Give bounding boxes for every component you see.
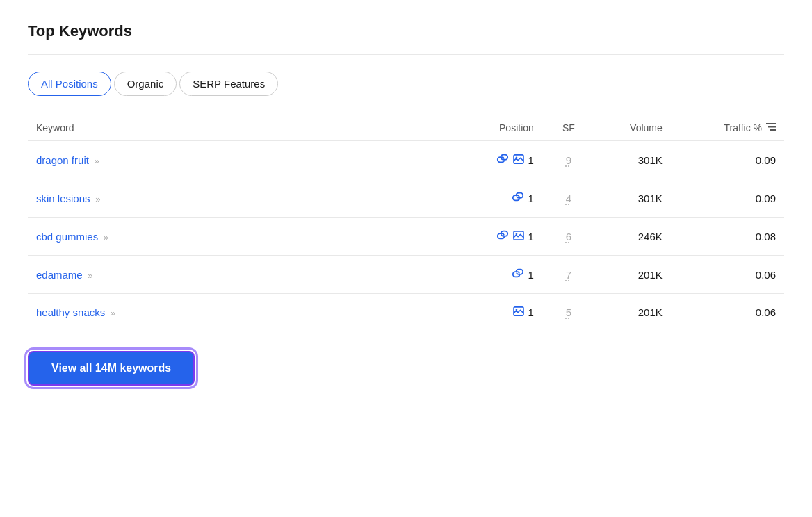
link-icon — [496, 230, 509, 243]
header-keyword: Keyword — [28, 115, 444, 141]
keywords-table: Keyword Position SF Volume Traffic % — [28, 115, 784, 331]
divider — [28, 54, 784, 55]
traffic-value: 0.08 — [671, 218, 784, 256]
image-icon — [513, 231, 524, 243]
volume-value: 246K — [595, 218, 671, 256]
link-icon — [512, 268, 524, 281]
keyword-link[interactable]: edamame — [36, 269, 83, 281]
tab-organic[interactable]: Organic — [114, 72, 177, 96]
chevron-double-icon: » — [108, 308, 115, 318]
position-value: 1 — [528, 154, 534, 166]
filter-icon[interactable] — [766, 122, 776, 133]
position-value: 1 — [528, 192, 534, 204]
chevron-double-icon: » — [101, 232, 108, 243]
table-row: edamame » 17201K0.06 — [28, 256, 784, 294]
tab-bar: All Positions Organic SERP Features — [28, 72, 784, 96]
table-body: dragon fruit » 19301K0.09skin lesions » … — [28, 141, 784, 331]
volume-value: 201K — [595, 256, 671, 294]
chevron-double-icon: » — [86, 270, 93, 281]
image-icon — [513, 154, 524, 166]
traffic-value: 0.09 — [671, 141, 784, 179]
chevron-double-icon: » — [93, 194, 101, 204]
traffic-value: 0.09 — [671, 179, 784, 218]
volume-value: 301K — [595, 141, 671, 179]
position-value: 1 — [528, 306, 534, 318]
position-value: 1 — [528, 231, 534, 243]
image-icon — [513, 306, 524, 318]
table-row: dragon fruit » 19301K0.09 — [28, 141, 784, 179]
sf-value: 4 — [566, 192, 571, 204]
header-sf: SF — [542, 115, 595, 141]
sf-value: 7 — [566, 269, 571, 281]
keyword-link[interactable]: cbd gummies — [36, 231, 98, 243]
tab-all-positions[interactable]: All Positions — [28, 72, 111, 96]
keyword-link[interactable]: skin lesions — [36, 192, 90, 204]
sf-value: 5 — [566, 306, 571, 318]
table-header-row: Keyword Position SF Volume Traffic % — [28, 115, 784, 141]
header-traffic: Traffic % — [671, 115, 784, 141]
keyword-link[interactable]: healthy snacks — [36, 306, 105, 318]
header-volume: Volume — [595, 115, 671, 141]
table-row: skin lesions » 14301K0.09 — [28, 179, 784, 218]
table-row: cbd gummies » 16246K0.08 — [28, 218, 784, 256]
header-position: Position — [444, 115, 542, 141]
link-icon — [512, 192, 524, 204]
chevron-double-icon: » — [92, 156, 99, 166]
view-all-button[interactable]: View all 14M keywords — [28, 351, 195, 386]
keyword-link[interactable]: dragon fruit — [36, 154, 89, 166]
sf-value: 9 — [566, 154, 571, 166]
link-icon — [496, 154, 509, 166]
tab-serp-features[interactable]: SERP Features — [179, 72, 278, 96]
volume-value: 301K — [595, 179, 671, 218]
traffic-value: 0.06 — [671, 294, 784, 331]
volume-value: 201K — [595, 294, 671, 331]
page-title: Top Keywords — [28, 22, 784, 40]
traffic-value: 0.06 — [671, 256, 784, 294]
position-value: 1 — [528, 269, 534, 281]
sf-value: 6 — [566, 231, 571, 243]
table-row: healthy snacks » 15201K0.06 — [28, 294, 784, 331]
